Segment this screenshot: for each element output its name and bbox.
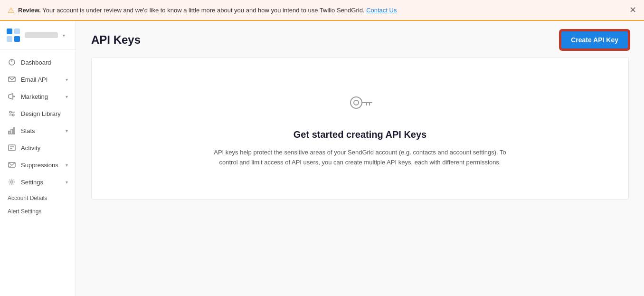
logo-text: [25, 32, 58, 38]
svg-rect-2: [7, 36, 12, 42]
svg-rect-0: [7, 29, 12, 34]
app-body: ▾ Dashboard Email: [0, 21, 644, 296]
sidebar-item-stats[interactable]: Stats ▾: [0, 122, 76, 139]
sidebar-logo[interactable]: ▾: [0, 21, 76, 50]
svg-rect-1: [14, 29, 20, 34]
sidebar-item-dashboard[interactable]: Dashboard: [0, 54, 76, 71]
sidebar-item-activity[interactable]: Activity: [0, 139, 76, 156]
sidebar-item-suppressions[interactable]: Suppressions ▾: [0, 156, 76, 173]
logo-icon: [6, 28, 21, 43]
sidebar-item-alert-settings[interactable]: Alert Settings: [0, 205, 76, 218]
contact-us-link[interactable]: Contact Us: [366, 7, 397, 14]
email-api-icon: [8, 75, 16, 84]
empty-state-heading: Get started creating API Keys: [294, 129, 426, 140]
sidebar-item-settings-label: Settings: [21, 179, 43, 186]
svg-point-7: [9, 111, 11, 113]
sidebar-item-marketing[interactable]: Marketing ▾: [0, 88, 76, 105]
key-icon-wrapper: [346, 89, 374, 120]
sidebar-item-suppressions-label: Suppressions: [21, 162, 58, 169]
sidebar-item-settings[interactable]: Settings ▾: [0, 173, 76, 191]
review-banner: ⚠ Review. Your account is under review a…: [0, 0, 644, 21]
key-icon: [346, 89, 374, 118]
sidebar-item-activity-label: Activity: [21, 144, 40, 152]
stats-icon: [8, 126, 16, 135]
settings-chevron-icon: ▾: [66, 180, 68, 185]
page-title: API Keys: [91, 33, 141, 47]
main-content: API Keys Create API Key Get started crea…: [76, 21, 644, 296]
sidebar-item-stats-label: Stats: [21, 127, 35, 134]
svg-marker-6: [9, 94, 13, 99]
dashboard-icon: [8, 58, 16, 67]
banner-close-button[interactable]: ✕: [629, 5, 636, 15]
empty-state-card: Get started creating API Keys API keys h…: [91, 57, 629, 200]
sidebar-item-email-api[interactable]: Email API ▾: [0, 71, 76, 88]
page-header: API Keys Create API Key: [76, 21, 644, 57]
sidebar-item-email-api-label: Email API: [21, 76, 47, 83]
svg-point-19: [11, 181, 13, 183]
sidebar-item-design-library-label: Design Library: [21, 110, 61, 117]
stats-chevron-icon: ▾: [66, 128, 68, 134]
email-api-chevron-icon: ▾: [66, 77, 68, 82]
sidebar-navigation: Dashboard Email API ▾: [0, 50, 76, 296]
svg-rect-14: [9, 145, 15, 151]
empty-state-description: API keys help protect the sensitive area…: [213, 148, 507, 168]
marketing-icon: [8, 92, 16, 101]
create-api-key-button[interactable]: Create API Key: [560, 30, 629, 49]
sidebar: ▾ Dashboard Email: [0, 21, 76, 296]
settings-sub-items: Account Details Alert Settings: [0, 191, 76, 219]
marketing-chevron-icon: ▾: [66, 94, 68, 99]
design-library-icon: [8, 109, 16, 118]
sidebar-item-dashboard-label: Dashboard: [21, 59, 51, 66]
logo-chevron-icon: ▾: [63, 33, 65, 38]
svg-point-8: [12, 114, 14, 116]
sidebar-item-marketing-label: Marketing: [21, 93, 48, 100]
warning-icon: ⚠: [8, 6, 14, 15]
banner-content: ⚠ Review. Your account is under review a…: [8, 6, 397, 15]
sidebar-item-design-library[interactable]: Design Library: [0, 105, 76, 122]
settings-icon: [8, 178, 16, 186]
sidebar-item-account-details[interactable]: Account Details: [0, 191, 76, 205]
svg-point-20: [350, 97, 362, 108]
svg-rect-13: [13, 128, 15, 134]
suppressions-icon: [8, 161, 16, 169]
svg-point-21: [354, 100, 359, 105]
activity-icon: [8, 143, 16, 152]
svg-rect-3: [14, 36, 20, 42]
banner-text: Review. Your account is under review and…: [18, 7, 397, 14]
svg-rect-11: [9, 131, 10, 134]
suppressions-chevron-icon: ▾: [66, 162, 68, 168]
svg-rect-12: [11, 129, 12, 134]
